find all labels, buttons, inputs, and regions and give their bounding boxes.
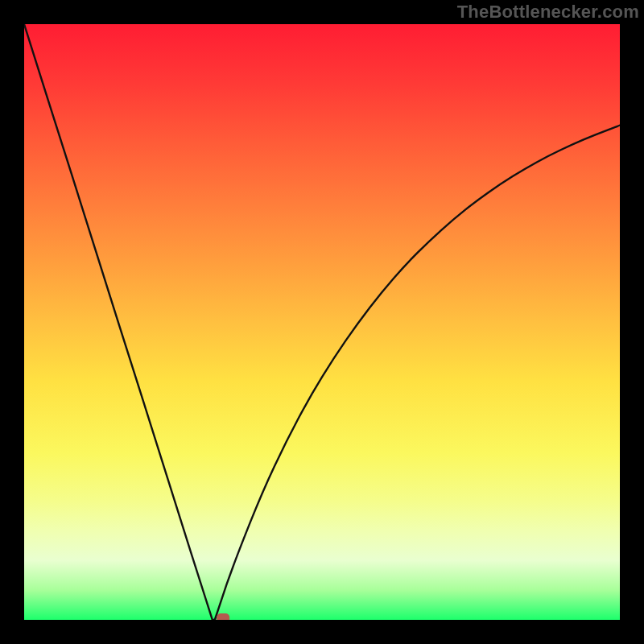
bottleneck-curve	[24, 24, 620, 620]
chart-frame: TheBottlenecker.com	[0, 0, 644, 644]
plot-area	[24, 24, 620, 620]
watermark-text: TheBottlenecker.com	[457, 2, 639, 23]
curve-layer	[24, 24, 620, 620]
optimum-marker	[217, 613, 229, 620]
